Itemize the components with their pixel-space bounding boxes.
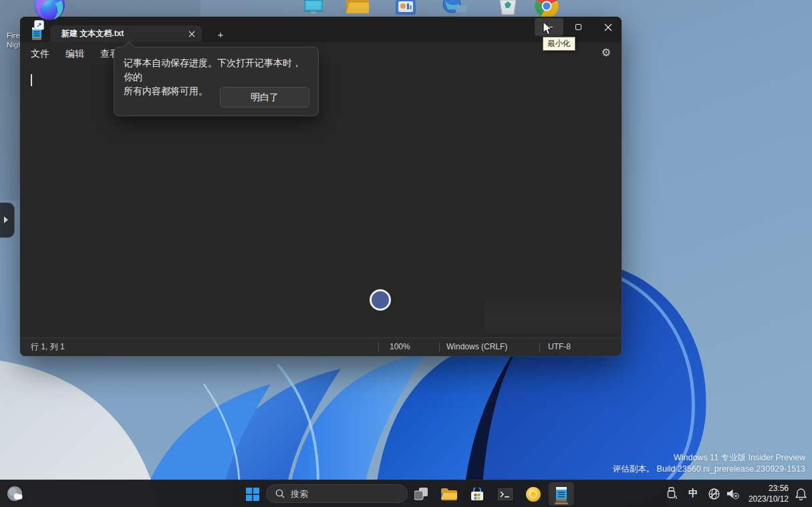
shortcut-label-line2: Nightly: [7, 40, 21, 49]
network-no-internet-icon[interactable]: [706, 484, 722, 504]
windows-logo-icon: [246, 488, 259, 501]
touch-indicator: [370, 289, 391, 311]
notepad-editor[interactable]: [20, 65, 622, 319]
status-line-ending[interactable]: Windows (CRLF): [446, 338, 507, 357]
mouse-cursor: [543, 21, 553, 39]
insider-watermark: Windows 11 专业版 Insider Preview 评估副本。 Bui…: [613, 452, 805, 474]
chevron-right-icon: [4, 216, 8, 223]
close-icon: [604, 23, 612, 31]
desktop-icon-recycle-bin[interactable]: [498, 0, 518, 17]
text-caret: [31, 74, 32, 86]
ime-indicator[interactable]: 中: [686, 484, 700, 504]
desktop-icon-chart-file[interactable]: [396, 0, 416, 17]
status-zoom[interactable]: 100%: [390, 338, 410, 357]
autosave-teaching-tip: 记事本自动保存进度。下次打开记事本时，你的 所有内容都将可用。 明白了: [114, 47, 319, 116]
file-explorer-button[interactable]: [436, 482, 462, 506]
chrome-canary-button[interactable]: [521, 482, 546, 506]
desktop-screen: Firefox Nightly ↗ Windows 11 专业版 Insider…: [0, 0, 812, 507]
start-button[interactable]: [240, 482, 265, 506]
task-view-button[interactable]: [408, 482, 434, 506]
maximize-button[interactable]: [564, 18, 593, 36]
desktop-icon-monitor[interactable]: [304, 0, 323, 17]
notepad-window: 新建 文本文档.txt + 文件 编辑 查看 ⚙ 行 1, 列 1: [20, 17, 622, 356]
status-encoding[interactable]: UTF-8: [548, 338, 571, 357]
settings-gear-icon[interactable]: ⚙: [601, 42, 611, 65]
tab-title: 新建 文本文档.txt: [61, 28, 124, 39]
tray-time: 23:56: [735, 483, 789, 494]
microsoft-store-button[interactable]: [464, 482, 490, 506]
shortcut-label[interactable]: Firefox Nightly: [7, 31, 21, 49]
tip-text-line1: 记事本自动保存进度。下次打开记事本时，你的: [124, 56, 307, 84]
status-cursor-position: 行 1, 列 1: [31, 338, 65, 357]
shortcut-label-line1: Firefox: [7, 31, 21, 40]
maximize-icon: [575, 24, 581, 30]
terminal-button[interactable]: [493, 482, 518, 506]
menu-edit[interactable]: 编辑: [63, 42, 87, 65]
watermark-line1: Windows 11 专业版 Insider Preview: [613, 452, 805, 464]
new-tab-button[interactable]: +: [213, 27, 229, 41]
search-input[interactable]: [291, 489, 391, 499]
widgets-weather-button[interactable]: [3, 482, 28, 506]
notepad-titlebar[interactable]: 新建 文本文档.txt +: [20, 17, 622, 42]
taskbar: 中 23:56 2023/10/12: [0, 480, 812, 507]
watermark-line2: 评估副本。 Build 23560.ni_prerelease.230929-1…: [613, 464, 805, 475]
usb-device-icon[interactable]: [665, 484, 680, 504]
tab-close-button[interactable]: [185, 27, 198, 40]
notepad-menubar: 文件 编辑 查看 ⚙: [20, 42, 622, 65]
search-icon: [275, 489, 285, 498]
got-it-button[interactable]: 明白了: [220, 87, 309, 108]
shortcut-arrow-icon: ↗: [34, 20, 44, 30]
notification-bell-icon[interactable]: [793, 484, 809, 504]
taskbar-search-box[interactable]: [266, 484, 408, 503]
desktop-icon-folder[interactable]: [346, 0, 369, 17]
active-app-indicator: [555, 502, 568, 504]
notepad-icon: [555, 487, 567, 502]
tray-clock[interactable]: 23:56 2023/10/12: [735, 483, 789, 504]
faded-flyout-remnant: [485, 301, 622, 333]
minimize-tooltip: 最小化: [543, 37, 575, 51]
notepad-statusbar: 行 1, 列 1 100% Windows (CRLF) UTF-8: [20, 337, 622, 356]
status-divider: [378, 342, 379, 352]
notepad-taskbar-button[interactable]: [549, 482, 574, 506]
status-divider: [439, 342, 440, 352]
menu-file[interactable]: 文件: [28, 42, 52, 65]
edge-panel-handle[interactable]: [0, 202, 15, 238]
tab-new-text-document[interactable]: 新建 文本文档.txt: [50, 25, 202, 42]
close-icon: [188, 31, 195, 37]
tray-date: 2023/10/12: [735, 494, 789, 504]
status-divider: [539, 342, 540, 352]
desktop-icon-globe[interactable]: [442, 0, 468, 17]
close-button[interactable]: [593, 18, 622, 36]
